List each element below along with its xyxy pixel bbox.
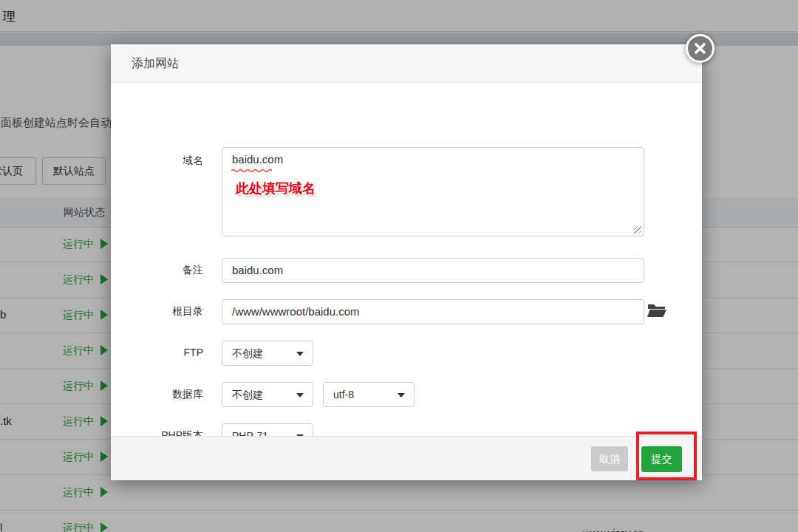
charset-select[interactable]: utf-8 [323,382,415,407]
domain-textarea[interactable]: baidu.com 此处填写域名 [222,147,644,236]
domain-annotation-text: 此处填写域名 [236,180,316,197]
remark-input[interactable]: baidu.com [222,258,644,283]
caret-down-icon [296,352,304,356]
domain-label: 域名 [115,154,203,168]
caret-down-icon [296,393,304,398]
modal-footer: 取消 提交 [111,436,702,480]
spellcheck-squiggle [231,168,274,172]
caret-down-icon [398,393,405,398]
root-dir-input[interactable]: /www/wwwroot/baidu.com [222,299,644,324]
root-dir-value: /www/wwwroot/baidu.com [232,300,360,324]
modal-header: 添加网站 [111,44,702,83]
cancel-button[interactable]: 取消 [591,446,628,471]
remark-label: 备注 [115,264,203,277]
ftp-selected-value: 不创建 [232,341,263,365]
textarea-resize-handle[interactable] [634,226,641,233]
folder-browse-icon[interactable] [647,302,666,318]
modal-title: 添加网站 [132,44,179,83]
close-icon [688,36,712,61]
add-website-modal: 添加网站 域名 baidu.com 此处填写域名 备注 baidu.com 根目… [111,44,702,480]
root-dir-label: 根目录 [115,305,203,318]
modal-close-button[interactable] [686,34,715,63]
modal-body: 域名 baidu.com 此处填写域名 备注 baidu.com 根目录 /ww… [111,83,702,436]
screen: 理 面板创建站点时会自动创 默认页 默认站点 网站状态 运行中 运行中 b [0,0,798,532]
remark-value: baidu.com [232,259,283,282]
ftp-select[interactable]: 不创建 [222,341,313,366]
submit-highlight-box [636,432,697,480]
ftp-label: FTP [115,347,203,358]
database-select[interactable]: 不创建 [222,382,313,407]
charset-selected-value: utf-8 [333,383,354,406]
domain-value: baidu.com [232,153,283,166]
database-selected-value: 不创建 [232,383,263,406]
database-label: 数据库 [115,388,203,401]
